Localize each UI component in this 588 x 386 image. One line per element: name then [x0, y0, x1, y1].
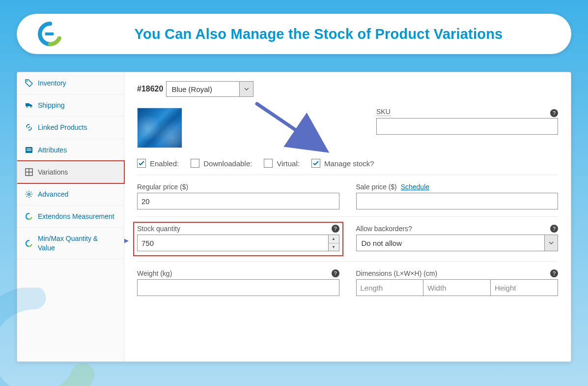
divider — [137, 175, 558, 175]
svg-point-3 — [27, 106, 28, 108]
help-icon[interactable]: ? — [332, 225, 339, 233]
sidebar-item-advanced[interactable]: Advanced — [17, 183, 124, 206]
schedule-link[interactable]: Schedule — [401, 183, 429, 191]
backorders-label: Allow backorders? — [356, 225, 412, 233]
checkbox-label: Virtual: — [277, 159, 299, 168]
checkbox-label: Downloadable: — [203, 159, 252, 168]
spinner-up-icon[interactable]: ▲ — [329, 235, 339, 243]
sidebar-item-label: Advanced — [38, 190, 68, 199]
stock-qty-label: Stock quantity — [137, 225, 180, 233]
svg-point-4 — [30, 106, 32, 108]
stock-qty-input[interactable] — [137, 235, 339, 251]
sidebar-item-label: Shipping — [38, 101, 65, 110]
truck-icon — [25, 101, 33, 109]
checkbox-icon — [311, 159, 320, 168]
sale-price-input[interactable] — [356, 193, 559, 209]
tag-icon — [25, 79, 33, 87]
svg-rect-0 — [45, 32, 54, 35]
variation-thumbnail[interactable] — [137, 108, 182, 148]
divider — [137, 216, 558, 217]
help-icon[interactable]: ? — [550, 109, 558, 117]
product-data-panel: Inventory Shipping Linked Products Attri… — [17, 72, 571, 362]
sidebar-item-extendons-measurement[interactable]: Extendons Measurement — [17, 206, 124, 228]
header: You Can Also Manage the Stock of Product… — [17, 14, 571, 54]
checkbox-label: Enabled: — [150, 159, 179, 168]
arrow-annotation-icon — [124, 234, 129, 248]
extendons-logo — [37, 21, 63, 47]
sidebar-item-shipping[interactable]: Shipping — [17, 94, 124, 117]
svg-rect-7 — [27, 150, 31, 151]
checkbox-label: Manage stock? — [324, 159, 374, 168]
number-spinner[interactable]: ▲ ▼ — [328, 235, 339, 251]
help-icon[interactable]: ? — [550, 225, 558, 233]
svg-point-1 — [27, 81, 28, 82]
sidebar-item-label: Variations — [38, 168, 68, 177]
chevron-down-icon — [240, 81, 253, 97]
virtual-checkbox[interactable]: Virtual: — [264, 159, 299, 168]
checkbox-icon — [264, 159, 273, 168]
dimensions-label: Dimensions (L×W×H) (cm) — [356, 269, 438, 277]
sidebar-item-attributes[interactable]: Attributes — [17, 139, 124, 161]
backorders-select[interactable]: Do not allow — [356, 235, 545, 251]
width-input[interactable] — [423, 279, 491, 296]
variation-color-select[interactable]: Blue (Royal) — [166, 81, 240, 97]
sidebar-item-label: Linked Products — [38, 123, 87, 132]
regular-price-input[interactable] — [137, 193, 339, 209]
svg-point-11 — [28, 193, 30, 195]
manage-stock-checkbox[interactable]: Manage stock? — [311, 159, 374, 168]
help-icon[interactable]: ? — [332, 269, 339, 277]
sidebar-item-minmax[interactable]: Min/Max Quantity & Value — [17, 228, 124, 259]
gear-icon — [25, 190, 33, 198]
regular-price-label: Regular price ($) — [137, 183, 188, 191]
checkbox-icon — [137, 159, 146, 168]
weight-label: Weight (kg) — [137, 269, 172, 277]
sku-label: SKU — [376, 108, 391, 116]
grid-icon — [25, 168, 33, 176]
checkbox-icon — [191, 159, 199, 168]
sidebar-item-label: Inventory — [38, 79, 66, 88]
divider — [137, 261, 558, 262]
svg-rect-2 — [26, 103, 29, 106]
variation-id: #18620 — [137, 85, 163, 93]
svg-rect-6 — [27, 148, 31, 149]
page-title: You Can Also Manage the Stock of Product… — [86, 26, 551, 42]
sku-input[interactable] — [376, 118, 558, 135]
variation-content: #18620 Blue (Royal) SKU ? — [124, 72, 571, 361]
enabled-checkbox[interactable]: Enabled: — [137, 159, 179, 168]
sidebar-item-linked[interactable]: Linked Products — [17, 117, 124, 139]
sidebar-item-label: Min/Max Quantity & Value — [38, 234, 116, 252]
help-icon[interactable]: ? — [550, 269, 558, 277]
sidebar-item-inventory[interactable]: Inventory — [17, 72, 124, 94]
sidebar-item-label: Extendons Measurement — [38, 212, 114, 221]
extendons-icon — [25, 212, 33, 220]
spinner-down-icon[interactable]: ▼ — [329, 243, 339, 251]
sidebar: Inventory Shipping Linked Products Attri… — [17, 72, 124, 361]
sidebar-item-variations[interactable]: Variations — [17, 161, 124, 183]
height-input[interactable] — [491, 279, 558, 296]
sidebar-item-label: Attributes — [38, 146, 67, 154]
weight-input[interactable] — [137, 279, 339, 296]
extendons-icon — [25, 239, 33, 247]
length-input[interactable] — [356, 279, 424, 296]
list-icon — [25, 146, 33, 154]
sale-price-label: Sale price ($) — [356, 183, 397, 191]
link-icon — [25, 123, 33, 131]
chevron-down-icon — [544, 235, 558, 251]
downloadable-checkbox[interactable]: Downloadable: — [191, 159, 252, 168]
